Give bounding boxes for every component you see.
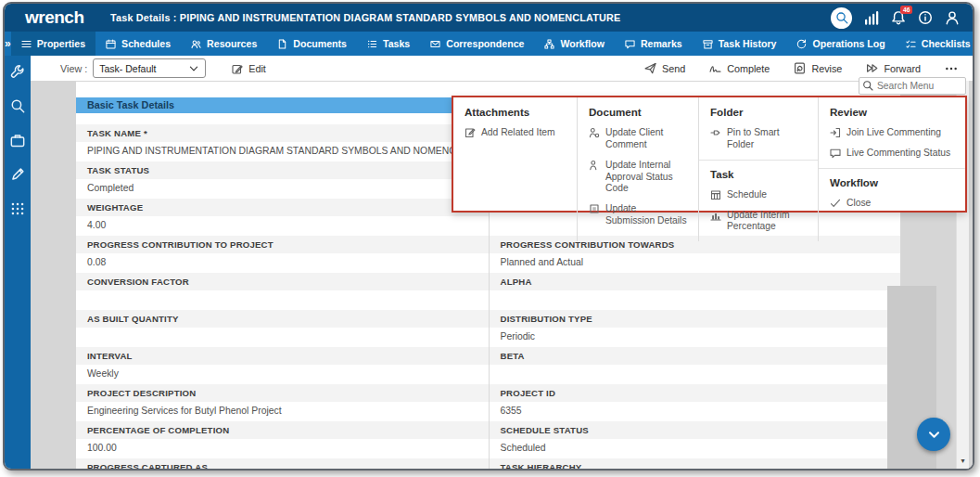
tab-correspondence[interactable]: Correspondence [420, 32, 534, 56]
menu-item-join-live-commenting[interactable]: Join Live Commenting [830, 127, 954, 139]
check-icon [830, 198, 841, 209]
info-icon[interactable] [918, 10, 933, 25]
send-button[interactable]: Send [644, 62, 685, 74]
expand-sidebar-icon[interactable]: » [5, 32, 11, 56]
menu-item-schedule[interactable]: Schedule [710, 189, 807, 201]
tab-label: Task History [719, 38, 777, 49]
revise-button[interactable]: Revise [794, 62, 842, 74]
tab-task-history[interactable]: Task History [693, 32, 787, 56]
menu-item-update-internal-approval-status-code[interactable]: Update Internal Approval Status Code [589, 160, 687, 196]
tab-label: Correspondence [446, 38, 524, 49]
field-label-schedule-status: SCHEDULE STATUS [490, 421, 901, 439]
view-select[interactable]: Task- Default [93, 58, 206, 78]
menu-item-label: Pin to Smart Folder [727, 127, 807, 151]
menu-item-label: Schedule [727, 189, 767, 201]
wrench-logo: wrench [25, 7, 110, 28]
menu-column: FolderPin to Smart FolderTaskScheduleUpd… [698, 97, 818, 241]
menu-item-label: Join Live Commenting [846, 127, 941, 139]
person-icon [589, 160, 600, 171]
screenshot-canvas: wrench Task Details : PIPING AND INSTRUM… [0, 0, 980, 477]
tab-label: Remarks [641, 38, 682, 49]
forward-icon [866, 62, 878, 74]
field-label-task-name: TASK NAME * [76, 124, 489, 142]
forward-button[interactable]: Forward [866, 62, 921, 74]
tab-remarks[interactable]: Remarks [615, 32, 693, 56]
tab-properties[interactable]: Properties [11, 32, 95, 56]
menu-item-label: Update Internal Approval Status Code [605, 160, 687, 196]
envelope-icon [430, 39, 440, 49]
field-value-progress-contribution-to-project: 0.08 [76, 253, 489, 273]
menu-item-add-related-item[interactable]: Add Related Item [465, 127, 566, 139]
scroll-down-arrow[interactable]: ▾ [957, 457, 969, 465]
field-value-task-status: Completed [76, 179, 489, 199]
calendar-icon [106, 39, 116, 49]
apps-grid-icon[interactable] [10, 201, 25, 216]
tab-label: Documents [293, 38, 347, 49]
menu-item-update-client-comment[interactable]: Update Client Comment [589, 127, 687, 151]
complete-button[interactable]: Complete [709, 62, 770, 74]
checklist-icon [906, 39, 916, 49]
search-icon[interactable] [831, 7, 852, 29]
menu-group-title: Attachments [465, 106, 566, 118]
field-label-distribution-type: DISTRIBUTION TYPE [490, 310, 901, 328]
revise-icon [794, 62, 806, 74]
search-icon[interactable] [10, 98, 25, 113]
tab-label: Schedules [121, 38, 171, 49]
wrench-icon[interactable] [10, 64, 25, 79]
document-icon [277, 39, 287, 49]
toolbar-actions: SendCompleteReviseForward [644, 62, 958, 75]
view-label: View : [60, 63, 87, 74]
menu-group-title: Document [589, 106, 687, 118]
menu-group-workflow: WorkflowClose [819, 168, 965, 210]
menu-item-update-submission-details[interactable]: Update Submission Details [589, 203, 687, 227]
menu-item-label: Close [846, 198, 871, 210]
tab-schedules[interactable]: Schedules [95, 32, 181, 56]
field-value-beta [490, 365, 901, 384]
send-icon [644, 62, 656, 74]
menu-search-input[interactable] [859, 77, 966, 95]
app-window: wrench Task Details : PIPING AND INSTRUM… [3, 2, 974, 471]
user-icon[interactable] [945, 10, 960, 25]
menu-search [859, 76, 966, 94]
tab-label: Properties [37, 38, 85, 49]
tab-tasks[interactable]: Tasks [357, 32, 420, 56]
tab-label: Resources [207, 38, 257, 49]
tab-checklists[interactable]: Checklists [896, 32, 974, 56]
notifications-bell-icon[interactable]: 46 [891, 10, 906, 25]
menu-group-title: Task [710, 168, 807, 180]
calendar-grid-icon [710, 189, 721, 200]
signature-icon [709, 62, 721, 74]
field-label-progress-captured-as: PROGRESS CAPTURED AS [76, 458, 489, 469]
tab-resources[interactable]: Resources [181, 32, 267, 56]
menu-item-live-commenting-status[interactable]: Live Commenting Status [830, 148, 954, 160]
search-icon [862, 80, 873, 91]
square-icon [589, 203, 600, 214]
briefcase-icon[interactable] [10, 133, 25, 148]
edit-icon [232, 63, 243, 74]
topbar: wrench Task Details : PIPING AND INSTRUM… [5, 4, 973, 32]
scroll-to-bottom-button[interactable] [917, 418, 950, 451]
field-value-percentage-of-completion: 100.00 [76, 439, 489, 458]
stats-icon[interactable] [864, 10, 879, 25]
menu-item-close[interactable]: Close [830, 198, 954, 210]
navbar: » PropertiesSchedulesResourcesDocumentsT… [5, 32, 973, 56]
field-label-progress-contribution-to-project: PROGRESS CONTRIBUTION TO PROJECT [76, 236, 489, 253]
edit-button[interactable]: Edit [232, 63, 266, 74]
field-value-alpha [490, 290, 901, 310]
field-value-project-id: 6355 [490, 402, 901, 421]
tab-workflow[interactable]: Workflow [534, 32, 614, 56]
menu-column: AttachmentsAdd Related Item [453, 97, 577, 241]
tab-documents[interactable]: Documents [267, 32, 357, 56]
chat-icon [830, 148, 841, 159]
menu-item-label: Update Interim Percentage [727, 210, 807, 234]
field-label-beta: BETA [490, 347, 901, 365]
field-label-percentage-of-completion: PERCENTAGE OF COMPLETION [76, 421, 489, 439]
menu-group-task: TaskScheduleUpdate Interim Percentage [699, 160, 818, 234]
menu-item-update-interim-percentage[interactable]: Update Interim Percentage [710, 210, 807, 234]
field-value-distribution-type: Periodic [490, 328, 901, 347]
more-actions-button[interactable] [945, 62, 958, 75]
bar-chart-icon [710, 210, 721, 221]
tab-operations-log[interactable]: Operations Log [786, 32, 895, 56]
menu-item-pin-to-smart-folder[interactable]: Pin to Smart Folder [710, 127, 807, 151]
pencil-icon[interactable] [10, 167, 25, 182]
